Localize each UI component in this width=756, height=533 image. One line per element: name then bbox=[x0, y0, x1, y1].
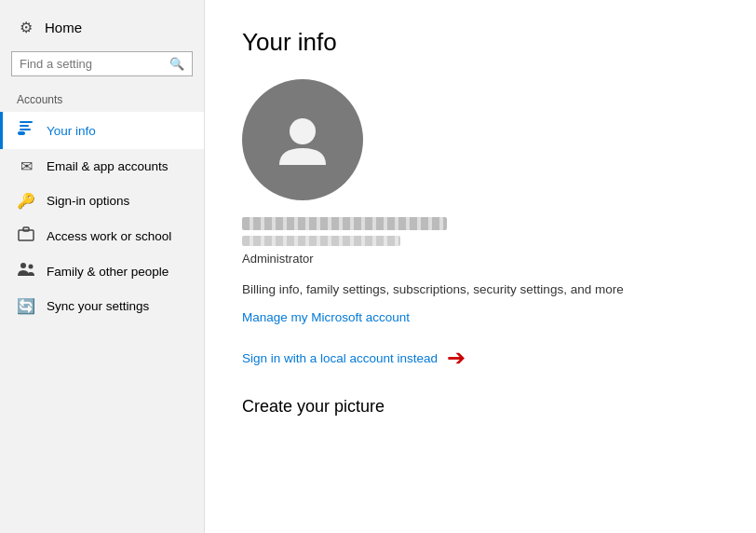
sign-in-local-link[interactable]: Sign in with a local account instead bbox=[242, 351, 438, 365]
family-icon bbox=[17, 262, 35, 280]
svg-rect-6 bbox=[23, 227, 29, 231]
avatar-icon bbox=[270, 107, 335, 172]
svg-point-8 bbox=[29, 265, 34, 269]
sync-icon: 🔄 bbox=[17, 297, 35, 315]
sidebar-section-label: Accounts bbox=[0, 89, 204, 112]
user-name-blurred bbox=[242, 217, 447, 230]
sidebar-item-label-your-info: Your info bbox=[47, 124, 96, 138]
sidebar-item-label-family: Family & other people bbox=[47, 265, 169, 279]
user-role: Administrator bbox=[242, 252, 719, 266]
search-icon: 🔍 bbox=[169, 57, 184, 71]
billing-info-text: Billing info, family settings, subscript… bbox=[242, 280, 633, 299]
sidebar-item-access-work[interactable]: Access work or school bbox=[0, 218, 204, 253]
page-title: Your info bbox=[242, 28, 719, 57]
svg-rect-1 bbox=[20, 125, 29, 127]
arrow-right-icon: ➔ bbox=[447, 347, 466, 369]
sign-in-local-row: Sign in with a local account instead ➔ bbox=[242, 347, 719, 369]
sidebar-item-label-sync: Sync your settings bbox=[47, 299, 149, 313]
sidebar-item-sign-in[interactable]: 🔑 Sign-in options bbox=[0, 184, 204, 218]
svg-rect-2 bbox=[20, 129, 31, 130]
avatar bbox=[242, 79, 363, 200]
main-content: Your info Administrator Billing info, fa… bbox=[205, 0, 756, 533]
sidebar-home-button[interactable]: ⚙ Home bbox=[0, 9, 204, 48]
your-info-icon bbox=[17, 120, 35, 141]
svg-point-9 bbox=[290, 118, 316, 144]
sidebar-item-label-access-work: Access work or school bbox=[47, 229, 171, 243]
sidebar-home-label: Home bbox=[45, 20, 82, 35]
svg-point-7 bbox=[20, 263, 26, 268]
create-picture-title: Create your picture bbox=[242, 397, 719, 417]
sidebar: ⚙ Home 🔍 Accounts Your info ✉ Email & ap… bbox=[0, 0, 205, 533]
sidebar-item-sync[interactable]: 🔄 Sync your settings bbox=[0, 289, 204, 323]
sidebar-item-email-app[interactable]: ✉ Email & app accounts bbox=[0, 149, 204, 184]
user-email-blurred bbox=[242, 236, 400, 246]
sidebar-item-label-email: Email & app accounts bbox=[47, 159, 169, 173]
sign-in-icon: 🔑 bbox=[17, 192, 35, 210]
access-work-icon bbox=[17, 226, 35, 245]
search-box[interactable]: 🔍 bbox=[11, 51, 193, 76]
sidebar-item-your-info[interactable]: Your info bbox=[0, 112, 204, 149]
home-icon: ⚙ bbox=[17, 19, 35, 36]
search-input[interactable] bbox=[20, 57, 166, 71]
svg-rect-4 bbox=[18, 131, 25, 135]
sidebar-item-label-sign-in: Sign-in options bbox=[47, 194, 129, 208]
sidebar-item-family[interactable]: Family & other people bbox=[0, 253, 204, 289]
email-icon: ✉ bbox=[17, 157, 35, 175]
svg-rect-0 bbox=[20, 121, 33, 123]
manage-microsoft-account-link[interactable]: Manage my Microsoft account bbox=[242, 310, 719, 324]
